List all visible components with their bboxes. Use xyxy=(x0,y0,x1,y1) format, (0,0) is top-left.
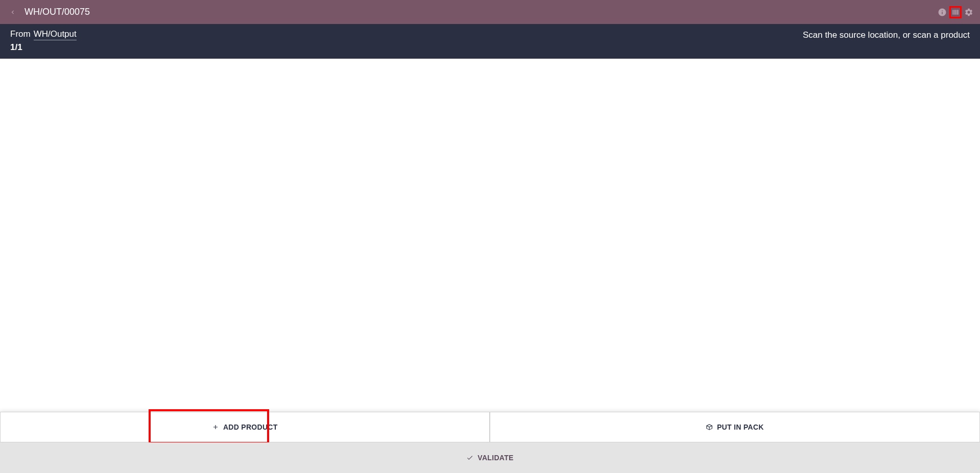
top-bar-right xyxy=(936,6,975,18)
top-bar: WH/OUT/00075 xyxy=(0,0,980,24)
gear-icon xyxy=(964,8,973,17)
top-bar-left: WH/OUT/00075 xyxy=(9,7,90,18)
main-content-area xyxy=(0,59,980,412)
settings-button[interactable] xyxy=(963,6,975,18)
chevron-left-icon xyxy=(9,7,16,18)
from-location[interactable]: WH/Output xyxy=(34,29,77,40)
barcode-button[interactable] xyxy=(949,6,962,18)
sub-header: From WH/Output 1/1 Scan the source locat… xyxy=(0,24,980,59)
from-line: From WH/Output xyxy=(10,29,77,40)
from-label: From xyxy=(10,29,31,39)
info-button[interactable] xyxy=(936,6,948,18)
sub-header-left: From WH/Output 1/1 xyxy=(10,29,77,53)
info-icon xyxy=(938,8,947,17)
scan-instruction: Scan the source location, or scan a prod… xyxy=(803,29,970,40)
back-button[interactable] xyxy=(9,7,16,18)
page-counter: 1/1 xyxy=(10,42,77,53)
document-title: WH/OUT/00075 xyxy=(25,7,90,17)
barcode-icon xyxy=(952,8,959,17)
